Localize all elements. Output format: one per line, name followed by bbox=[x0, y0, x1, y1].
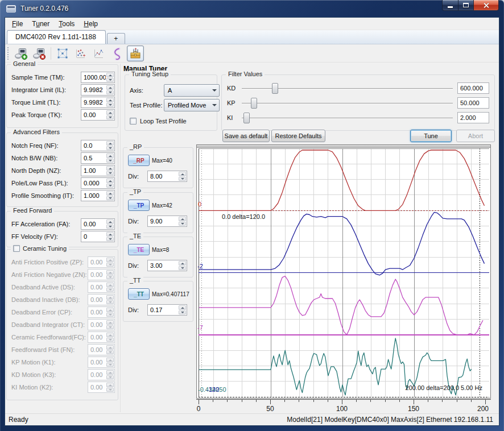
toolbar-grip[interactable] bbox=[7, 47, 10, 60]
scope-trace-button[interactable] bbox=[109, 45, 126, 61]
scope-tp-div-spinbox[interactable]: 9.00 bbox=[147, 216, 187, 227]
spin-down-icon[interactable] bbox=[179, 177, 186, 181]
spin-up-icon[interactable] bbox=[106, 141, 114, 146]
numeric-spinbox[interactable]: 0.0 bbox=[81, 140, 115, 151]
tune-button[interactable]: Tune bbox=[410, 130, 452, 142]
spin-up-icon[interactable] bbox=[106, 85, 114, 90]
tt-overlap-label: -120 bbox=[206, 386, 219, 393]
numeric-spinbox[interactable]: 9.9982 bbox=[81, 84, 115, 96]
kd-slider-handle[interactable] bbox=[272, 83, 278, 94]
spin-up-icon[interactable] bbox=[179, 305, 186, 310]
ki-value-box[interactable]: 2.000 bbox=[457, 112, 489, 123]
chart-top-scrollbar[interactable] bbox=[197, 145, 490, 148]
numeric-spinbox: 0.00 bbox=[88, 382, 115, 393]
scope-chart[interactable]: 0 -2 -7 -0.434250 -120 0.0 delta=120.0 2… bbox=[196, 144, 491, 399]
x-axis-tick bbox=[256, 400, 257, 402]
field-label: Notch Freq (NF): bbox=[11, 142, 81, 149]
scope-tt-div-spinbox[interactable]: 0.17 bbox=[147, 304, 187, 316]
field-row: Pole/Low Pass (PL):0.000 bbox=[11, 177, 115, 189]
add-tab-button[interactable]: + bbox=[107, 33, 125, 44]
spin-down-icon[interactable] bbox=[106, 184, 114, 188]
scope-tp-button[interactable]: _TP bbox=[128, 200, 150, 211]
status-connection-info: ModelId[21] ModelKey[DMC40x0] MaxAxis[2]… bbox=[287, 416, 495, 424]
numeric-spinbox[interactable]: 0.5 bbox=[81, 152, 115, 164]
loop-test-profile-label: Loop Test Profile bbox=[140, 118, 187, 125]
spin-up-icon[interactable] bbox=[106, 73, 114, 77]
spin-down-icon[interactable] bbox=[106, 103, 114, 107]
axis-dropdown[interactable]: A bbox=[164, 84, 220, 97]
scope-te-button[interactable]: _TE bbox=[128, 244, 150, 255]
kp-value-box[interactable]: 50.000 bbox=[457, 97, 489, 109]
scatter-plot-button[interactable] bbox=[72, 45, 89, 61]
line-plot-button[interactable] bbox=[90, 45, 108, 61]
numeric-spinbox[interactable]: 0.000 bbox=[81, 177, 115, 189]
scope-rp-div-spinbox[interactable]: 8.00 bbox=[147, 171, 187, 182]
field-label: Notch B/W (NB): bbox=[11, 155, 81, 161]
toolbox-button[interactable] bbox=[127, 45, 144, 61]
menu-help[interactable]: Help bbox=[79, 19, 102, 29]
spin-down-icon[interactable] bbox=[106, 146, 114, 151]
spin-up-icon[interactable] bbox=[179, 217, 186, 221]
spin-up-icon[interactable] bbox=[106, 191, 114, 196]
spin-up-icon[interactable] bbox=[106, 154, 114, 158]
spin-down-icon[interactable] bbox=[106, 225, 114, 229]
tab-dmc4020[interactable]: DMC4020 Rev 1.1d1-1188 bbox=[7, 30, 106, 44]
zoom-region-button[interactable] bbox=[54, 45, 71, 61]
menu-file[interactable]: File bbox=[7, 19, 27, 29]
kp-slider-handle[interactable] bbox=[251, 98, 257, 109]
close-button[interactable] bbox=[473, 0, 499, 11]
save-as-default-button[interactable]: Save as default bbox=[222, 130, 270, 142]
scope-rp-button[interactable]: _RP bbox=[128, 155, 150, 166]
spin-down-icon[interactable] bbox=[179, 222, 186, 226]
spin-down-icon[interactable] bbox=[106, 78, 114, 82]
numeric-spinbox[interactable]: 1.00 bbox=[81, 165, 115, 176]
spin-down-icon[interactable] bbox=[106, 115, 114, 120]
numeric-spinbox[interactable]: 1.000 bbox=[81, 190, 115, 201]
scope-tp-max: Max=42 bbox=[152, 202, 172, 209]
x-tick-label: 100 bbox=[332, 405, 352, 413]
spin-down-icon[interactable] bbox=[106, 171, 114, 176]
spin-down-icon[interactable] bbox=[106, 196, 114, 201]
kd-value-box[interactable]: 600.000 bbox=[457, 82, 489, 94]
kp-slider[interactable] bbox=[242, 98, 453, 109]
numeric-spinbox[interactable]: 9.9982 bbox=[81, 97, 115, 108]
field-row: Notch B/W (NB):0.5 bbox=[11, 152, 115, 164]
maximize-button[interactable] bbox=[458, 0, 474, 11]
connect-controller-button[interactable] bbox=[13, 45, 30, 61]
spin-up-icon[interactable] bbox=[106, 179, 114, 183]
x-axis-tick bbox=[242, 400, 242, 402]
disconnect-controller-button[interactable] bbox=[31, 45, 48, 61]
numeric-spinbox[interactable]: 0.00 bbox=[81, 109, 115, 121]
spin-up-icon[interactable] bbox=[106, 219, 114, 224]
ki-slider[interactable] bbox=[242, 113, 453, 123]
kd-slider[interactable] bbox=[242, 83, 453, 94]
numeric-spinbox[interactable]: 0.00 bbox=[81, 218, 115, 230]
spin-up-icon[interactable] bbox=[106, 98, 114, 102]
numeric-spinbox[interactable]: 1000.00 bbox=[81, 72, 115, 83]
spin-up-icon[interactable] bbox=[106, 232, 114, 237]
restore-defaults-button[interactable]: Restore Defaults bbox=[271, 130, 325, 142]
menu-tools[interactable]: Tools bbox=[54, 19, 79, 29]
spin-up-icon[interactable] bbox=[106, 110, 114, 115]
spin-down-icon[interactable] bbox=[179, 266, 186, 271]
spin-down-icon[interactable] bbox=[179, 310, 186, 315]
field-row: Profile Smoothing (IT):1.000 bbox=[11, 190, 115, 201]
spin-up-icon[interactable] bbox=[179, 172, 186, 176]
minimize-button[interactable] bbox=[442, 0, 458, 11]
scope-tt-button[interactable]: _TT bbox=[128, 288, 150, 300]
spin-down-icon[interactable] bbox=[106, 90, 114, 95]
loop-test-profile-checkbox[interactable] bbox=[130, 118, 137, 125]
spin-up-icon[interactable] bbox=[179, 261, 186, 266]
x-axis-tick bbox=[414, 400, 414, 404]
spin-down-icon[interactable] bbox=[106, 159, 114, 163]
spin-down-icon[interactable] bbox=[106, 237, 114, 242]
numeric-spinbox[interactable]: 0 bbox=[81, 231, 115, 242]
ceramic-tuning-checkbox[interactable] bbox=[13, 245, 20, 252]
test-profile-dropdown[interactable]: Profiled Move bbox=[164, 99, 220, 111]
scope-te-div-spinbox[interactable]: 3.00 bbox=[147, 260, 187, 271]
titlebar[interactable]: Tuner 0.2.0.476 bbox=[0, 0, 504, 17]
numeric-spinbox: 0.00 bbox=[88, 294, 115, 305]
menu-tuner[interactable]: Tuner bbox=[27, 19, 54, 29]
spin-up-icon[interactable] bbox=[106, 166, 114, 171]
ki-slider-handle[interactable] bbox=[243, 113, 250, 123]
